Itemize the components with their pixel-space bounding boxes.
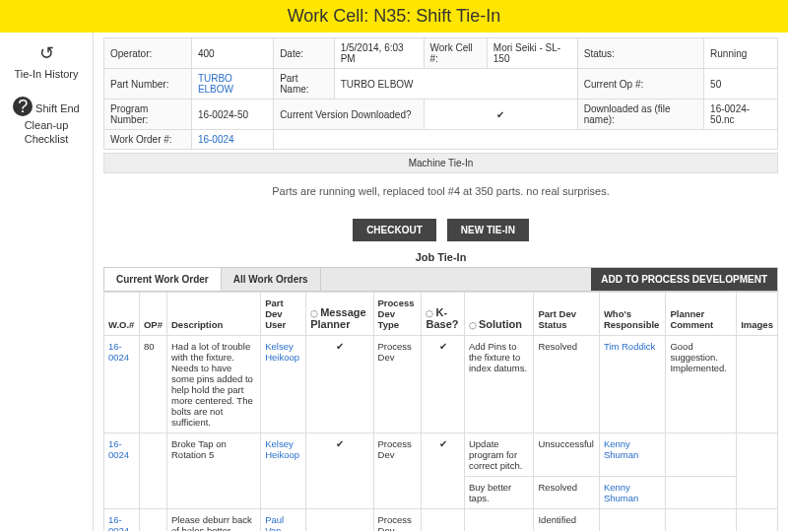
work-order-table: W.O.# OP# Description Part Dev User ◌Mes…: [103, 292, 778, 531]
cell-who[interactable]: Tim Roddick: [599, 336, 666, 433]
col-images: Images: [737, 293, 778, 336]
cell-pdstatus: Resolved: [534, 336, 599, 433]
cell-op: 80: [139, 336, 166, 433]
col-who: Who's Responsible: [599, 293, 666, 336]
col-msg: ◌Message Planner: [306, 293, 373, 336]
value-dlas: 16-0024-50.nc: [704, 100, 778, 130]
cell-procdev: Process Dev: [373, 336, 422, 433]
cell-kbase: [422, 509, 464, 532]
label-prognum: Program Number:: [104, 100, 192, 130]
cell-solution: Buy better taps.: [464, 477, 534, 509]
cell-desc: Had a lot of trouble with the fixture. N…: [166, 336, 260, 433]
table-row: 16-002480Had a lot of trouble with the f…: [104, 336, 778, 433]
page-title: Work Cell: N35: Shift Tie-In: [0, 0, 788, 33]
label-partnum: Part Number:: [104, 69, 192, 100]
cell-wo[interactable]: 16-0024: [104, 509, 140, 532]
cell-procdev: Process Dev: [373, 509, 422, 532]
sidebar-item-shift-end-checklist[interactable]: ? Shift End Clean-up Checklist: [5, 97, 88, 147]
cell-solution: Add Pins to the fixture to index datums.: [464, 336, 534, 433]
cell-msg: [306, 509, 373, 532]
cell-who[interactable]: [599, 509, 666, 532]
checkout-button[interactable]: CHECKOUT: [353, 219, 436, 241]
cell-planner: [666, 477, 737, 509]
table-row: 16-0024Please deburr back of holes bette…: [104, 509, 778, 532]
machine-tiein-banner: Machine Tie-In: [103, 153, 778, 173]
cell-wo[interactable]: 16-0024: [104, 433, 140, 509]
cell-op: [139, 509, 166, 532]
col-solution: ◌Solution: [464, 293, 534, 336]
cell-planner: [666, 509, 737, 532]
help-icon: ?: [13, 97, 33, 116]
cell-partdev-user[interactable]: Kelsey Heikoop: [261, 336, 306, 433]
cell-desc: Broke Tap on Rotation 5: [166, 433, 260, 509]
new-tiein-button[interactable]: NEW TIE-IN: [447, 219, 529, 241]
value-cvd: ✔: [424, 100, 577, 130]
sidebar: ↺ Tie-In History ? Shift End Clean-up Ch…: [0, 33, 94, 531]
main-content: Operator: 400 Date: 1/5/2014, 6:03 PM Wo…: [94, 33, 788, 531]
label-workorder: Work Order #:: [104, 130, 192, 150]
table-row: 16-0024Broke Tap on Rotation 5Kelsey Hei…: [104, 433, 778, 477]
cell-solution: [464, 509, 534, 532]
history-icon: ↺: [5, 42, 88, 65]
value-currentop: 50: [704, 69, 778, 100]
empty-cell: [274, 130, 778, 150]
col-kbase: ◌K-Base?: [422, 293, 464, 336]
value-prognum: 16-0024-50: [191, 100, 273, 130]
cell-kbase: ✔: [422, 433, 464, 509]
label-date: Date:: [274, 38, 335, 69]
cell-msg: ✔: [306, 433, 373, 509]
cell-pdstatus: Unsuccessful: [534, 433, 599, 477]
cell-who[interactable]: Kenny Shuman: [599, 433, 666, 477]
cell-kbase: ✔: [422, 336, 464, 433]
col-planner: Planner Comment: [666, 293, 737, 336]
cell-msg: ✔: [306, 336, 373, 433]
link-workorder[interactable]: 16-0024: [191, 130, 273, 150]
sidebar-item-label: Shift End Clean-up Checklist: [25, 102, 80, 145]
cell-pdstatus: Resolved: [534, 477, 599, 509]
label-operator: Operator:: [104, 38, 192, 69]
col-procdev: Process Dev Type: [373, 293, 422, 336]
label-workcell: Work Cell #:: [424, 38, 487, 69]
value-partname: TURBO ELBOW: [334, 69, 577, 100]
link-partnum[interactable]: TURBO ELBOW: [191, 69, 273, 100]
add-process-development-button[interactable]: ADD TO PROCESS DEVELOPMENT: [591, 268, 777, 291]
cell-planner: Good suggestion. Implemented.: [666, 336, 737, 433]
cell-images: [737, 336, 778, 433]
label-currentop: Current Op #:: [577, 69, 703, 100]
cell-images: [737, 509, 778, 532]
col-partdev: Part Dev User: [261, 293, 306, 336]
value-status: Running: [704, 38, 778, 69]
col-op: OP#: [139, 293, 166, 336]
sidebar-item-label: Tie-In History: [15, 68, 79, 80]
col-desc: Description: [166, 293, 260, 336]
job-tiein-title: Job Tie-In: [103, 251, 778, 263]
info-table: Operator: 400 Date: 1/5/2014, 6:03 PM Wo…: [103, 37, 778, 150]
cell-solution: Update program for correct pitch.: [464, 433, 534, 477]
tab-bar: Current Work Order All Work Orders ADD T…: [103, 267, 778, 292]
tiein-notes: Parts are running well, replaced tool #4…: [103, 173, 778, 209]
cell-planner: [666, 433, 737, 477]
cell-desc: Please deburr back of holes better.: [166, 509, 260, 532]
cell-partdev-user[interactable]: Kelsey Heikoop: [261, 433, 306, 509]
label-cvd: Current Version Downloaded?: [274, 100, 424, 130]
cell-pdstatus: Identified: [534, 509, 599, 532]
cell-procdev: Process Dev: [373, 433, 422, 509]
label-partname: Part Name:: [274, 69, 335, 100]
value-operator: 400: [191, 38, 273, 69]
cell-who[interactable]: Kenny Shuman: [599, 477, 666, 509]
cell-partdev-user[interactable]: Paul Van Metre: [261, 509, 306, 532]
tab-all-work-orders[interactable]: All Work Orders: [222, 268, 321, 291]
cell-images: [737, 433, 778, 509]
value-date: 1/5/2014, 6:03 PM: [334, 38, 424, 69]
label-dlas: Downloaded as (file name):: [577, 100, 703, 130]
tab-current-work-order[interactable]: Current Work Order: [104, 268, 222, 291]
sidebar-item-tiein-history[interactable]: ↺ Tie-In History: [5, 42, 88, 82]
value-workcell: Mori Seiki - SL-150: [487, 38, 577, 69]
label-status: Status:: [577, 38, 703, 69]
col-wo: W.O.#: [104, 293, 140, 336]
col-pdstatus: Part Dev Status: [534, 293, 599, 336]
cell-op: [139, 433, 166, 509]
cell-wo[interactable]: 16-0024: [104, 336, 140, 433]
